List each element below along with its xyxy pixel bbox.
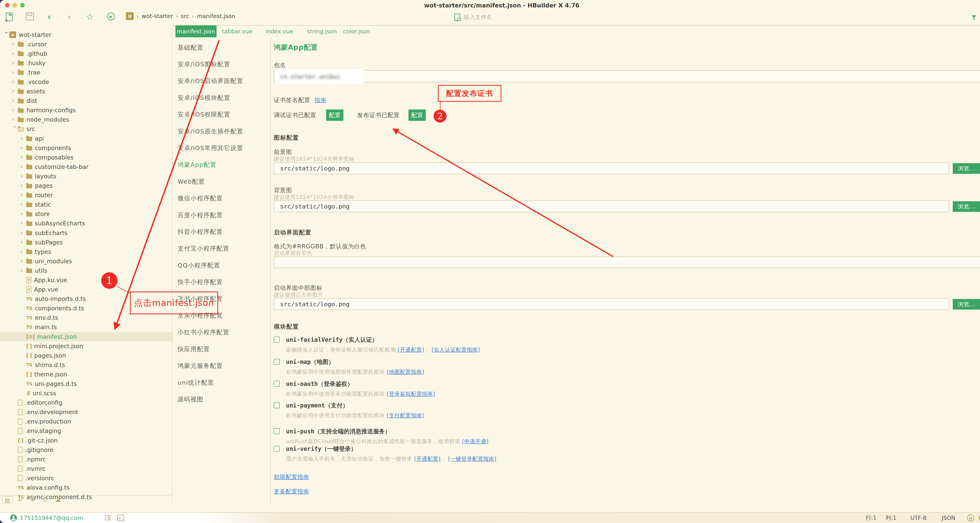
tree-item[interactable]: › .env.production [0,417,172,426]
module-link[interactable]: [登录鉴权配置指南] [387,391,435,397]
run-icon[interactable]: ▶ [107,13,115,21]
tree-item[interactable]: › TS main.ts [0,322,172,332]
tree-item[interactable]: › harmony-configs [0,105,172,115]
tree-item[interactable]: › subAsyncEcharts [0,219,172,228]
tree-item[interactable]: › [⚙] manifest.json [0,332,172,341]
config-menu-item[interactable]: 支付宝小程序配置 [173,240,270,257]
chevron-right-icon[interactable]: › [21,144,26,151]
chevron-right-icon[interactable]: › [21,172,26,179]
encoding-indicator[interactable]: UTF-8 [910,515,926,521]
splash-icon-browse-button[interactable]: 浏览... [953,299,980,309]
search-panel-icon[interactable]: ∞ [14,497,26,503]
tree-item[interactable]: › V App.ku.vue [0,275,172,285]
tree-item[interactable]: › TS alova.config.ts [0,483,172,493]
chevron-right-icon[interactable]: › [21,210,26,217]
tree-item[interactable]: › components [0,143,172,153]
chevron-right-icon[interactable]: › [12,40,18,47]
module-link[interactable]: [地图配置指南] [387,369,424,375]
tree-item[interactable]: › .npmrc [0,454,172,464]
new-file-icon[interactable] [6,13,13,21]
tree-item[interactable]: › utils [0,266,172,275]
chevron-right-icon[interactable]: › [21,220,26,226]
config-menu-item[interactable]: QQ小程序配置 [173,257,270,274]
chevron-right-icon[interactable]: › [21,154,26,161]
config-menu-item[interactable]: 百度小程序配置 [173,207,270,223]
tree-item[interactable]: › router [0,190,172,200]
tree-item[interactable]: › V App.vue [0,285,172,294]
module-link[interactable]: [实人认证配置指南] [431,347,480,353]
background-path-input[interactable]: src/static/logo.png [274,201,949,212]
cert-guide-link[interactable]: 指南 [315,96,326,104]
chevron-right-icon[interactable]: › [12,106,18,113]
tree-item[interactable]: › .vscode [0,77,172,86]
module-link[interactable]: [开通配置] [398,347,424,353]
tree-item[interactable]: › [ ] theme.json [0,370,172,379]
chevron-right-icon[interactable]: › [12,59,18,66]
config-menu-item[interactable]: 鸿蒙元服务配置 [173,357,270,374]
tree-item[interactable]: › u wot-starter [0,30,172,40]
editor-tab[interactable]: manifest.json [175,25,216,37]
terminal-icon[interactable]: >_ [118,515,124,521]
tree-item[interactable]: › TS shims.d.ts [0,360,172,370]
chevron-right-icon[interactable]: › [21,191,26,198]
tree-item[interactable]: › assets [0,87,172,96]
breadcrumb-item[interactable]: › src [173,13,189,20]
module-link[interactable]: [一键登录配置指南] [448,456,496,462]
tree-item[interactable]: › types [0,247,172,257]
config-menu-item[interactable]: Web配置 [173,173,270,190]
config-menu-item[interactable]: 源码视图 [173,391,270,408]
tree-item[interactable]: › .github [0,49,172,58]
tree-item[interactable]: › node_modules [0,115,172,124]
module-checkbox[interactable] [274,428,280,434]
cloud-panel-icon[interactable]: ☁ [51,497,64,503]
tree-item[interactable]: › .gitignore [0,445,172,454]
config-menu-item[interactable]: 飞书小程序配置 [173,290,270,307]
config-menu-item[interactable]: 快应用配置 [173,341,270,357]
tree-item[interactable]: › subPages [0,238,172,247]
config-menu-item[interactable]: 快手小程序配置 [173,274,270,290]
account-avatar-icon[interactable] [10,515,17,521]
tree-item[interactable]: › src [0,124,172,134]
module-checkbox[interactable] [274,446,280,451]
chevron-right-icon[interactable]: › [21,182,26,189]
tree-item[interactable]: › .nvmrc [0,464,172,474]
tree-item[interactable]: › .versionrc [0,474,172,483]
chevron-right-icon[interactable]: › [12,97,18,104]
splash-icon-path-input[interactable]: src/static/logo.png [274,298,949,310]
editor-tab[interactable]: string.json [301,25,343,37]
config-menu-item[interactable]: 安卓/iOS启动界面配置 [173,73,270,89]
filetype-indicator[interactable]: JSON [942,515,955,521]
chevron-right-icon[interactable]: › [11,126,18,132]
release-cert-config-button[interactable]: 配置 [409,110,426,121]
tree-item[interactable]: › .trae [0,68,172,77]
more-config-guide-link[interactable]: 更多配置指南 [274,488,309,496]
tree-item[interactable]: › TS auto-imports.d.ts [0,294,172,304]
permission-guide-link[interactable]: 权限配置指南 [274,473,309,481]
chevron-right-icon[interactable]: › [21,229,26,236]
config-menu-item[interactable]: 安卓/iOS模块配置 [173,89,270,106]
tree-item[interactable]: › api [0,134,172,143]
refresh-panel-icon[interactable]: ↻ [39,497,51,503]
module-link[interactable]: [支付配置指南] [387,412,424,418]
tree-item[interactable]: › S uni.scss [0,389,172,398]
files-panel-icon[interactable]: ▤ [2,496,13,503]
package-name-input[interactable]: cn.starter.unibui [274,70,980,82]
config-menu-item[interactable]: 安卓/iOS常用其它设置 [173,140,270,156]
chevron-right-icon[interactable]: › [21,135,26,142]
bookmark-star-icon[interactable]: ☆ [86,12,94,22]
tree-item[interactable]: › TS env.d.ts [0,313,172,322]
config-menu-item[interactable]: 鸿蒙App配置 [173,156,270,173]
tree-item[interactable]: › .husky [0,58,172,68]
tree-item[interactable]: › dist [0,96,172,105]
chevron-right-icon[interactable]: › [21,248,26,255]
chevron-right-icon[interactable]: › [21,257,26,264]
tree-item[interactable]: › [ ] mini.project.json [0,341,172,351]
chevron-right-icon[interactable]: › [12,50,18,57]
tree-item[interactable]: › composables [0,153,172,162]
tree-item[interactable]: › [ ] .git-cz.json [0,436,172,445]
config-menu-item[interactable]: 小红书小程序配置 [173,324,270,341]
config-menu-item[interactable]: 京东小程序配置 [173,307,270,324]
module-checkbox[interactable] [274,381,280,387]
chevron-right-icon[interactable]: › [12,88,18,94]
tree-item[interactable]: › static [0,200,172,209]
